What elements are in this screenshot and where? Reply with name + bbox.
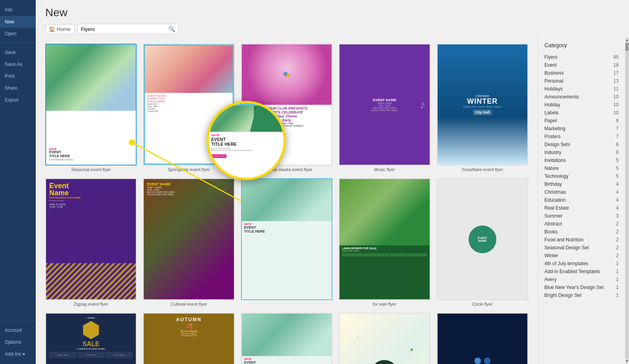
category-item-summer[interactable]: Summer 3 — [544, 212, 619, 220]
flyer-elegantspring-real: DATE EVENTTITLE HERE — [242, 314, 332, 364]
template-thumb-snowflake[interactable]: Celebration WINTER Family • Fun • Food •… — [437, 44, 528, 166]
template-thumb-autumn[interactable]: AUTUMN 🍂 [Event Name] [date], [time], [p… — [143, 313, 234, 364]
template-thumb-elegantspring[interactable]: DATE EVENTTITLE HERE — [241, 178, 332, 300]
sidebar-item-print[interactable]: Print — [0, 70, 36, 82]
template-card-autumn[interactable]: AUTUMN 🍂 [Event Name] [date], [time], [p… — [143, 313, 234, 364]
category-item-paper[interactable]: Paper 8 — [544, 117, 619, 125]
category-name: Holidays — [544, 86, 563, 92]
scroll-thumb[interactable] — [625, 43, 629, 51]
flyer-circle-shape: EVENTNAME — [469, 225, 496, 253]
category-item-real-estate[interactable]: Real Estate 4 — [544, 204, 619, 212]
category-item-flyers[interactable]: Flyers 95 — [544, 53, 619, 61]
template-card-zigzag[interactable]: EventName SUB HEADING GOES HERE Descript… — [45, 178, 137, 306]
category-item-announcements[interactable]: Announcements 10 — [544, 93, 619, 101]
scrollbar-vertical[interactable]: ▲ ▼ — [625, 37, 629, 364]
category-item-4th-of-july-templates[interactable]: 4th of July templates 1 — [544, 260, 619, 268]
sidebar-item-open[interactable]: Open — [0, 28, 36, 40]
category-item-food-and-nutrition[interactable]: Food and Nutrition 2 — [544, 236, 619, 244]
category-item-avery[interactable]: Avery 1 — [544, 275, 619, 283]
template-card-elegwinter[interactable]: NIGHT FASHION SHOW WINTERPARTY EVENTDATE… — [437, 313, 528, 364]
scroll-track[interactable] — [625, 43, 629, 358]
sidebar-item-addins[interactable]: Add-Ins ▾ — [0, 348, 36, 360]
template-card-elegantspring[interactable]: DATE EVENTTITLE HERE placeholder — [241, 178, 332, 306]
category-item-labels[interactable]: Labels 10 — [544, 109, 619, 117]
category-item-bright-design-set[interactable]: Bright Design Set 1 — [544, 291, 619, 299]
template-thumb-zigzag[interactable]: EventName SUB HEADING GOES HERE Descript… — [45, 178, 137, 300]
category-name: Business — [544, 70, 564, 76]
template-card-snowflake[interactable]: Celebration WINTER Family • Fun • Food •… — [437, 44, 528, 172]
flyer-forsale-image — [340, 179, 429, 245]
category-item-industry[interactable]: Industry 6 — [544, 148, 619, 156]
flyer-cultural-name: EVENT NAME — [147, 182, 230, 186]
home-button[interactable]: 🏠 Home — [45, 24, 74, 34]
category-item-invitations[interactable]: Invitations 5 — [544, 156, 619, 164]
category-item-education[interactable]: Education 4 — [544, 196, 619, 204]
category-item-personal[interactable]: Personal 13 — [544, 77, 619, 85]
template-card-cultural[interactable]: EVENT NAME JUNE 4, [YEAR]8 PM – 12AMADD … — [143, 178, 234, 306]
category-item-christmas[interactable]: Christmas 4 — [544, 188, 619, 196]
category-item-design-sets[interactable]: Design Sets 6 — [544, 141, 619, 148]
main-content: New 🏠 Home 🔍 DATE — [36, 0, 629, 364]
sidebar-item-info[interactable]: Info — [0, 4, 36, 16]
template-thumb-cultural[interactable]: EVENT NAME JUNE 4, [YEAR]8 PM – 12AMADD … — [143, 178, 234, 300]
template-thumb-summerparty[interactable]: SUMMERPARTYMM.DD.YY — [339, 313, 430, 364]
template-card-summerparty[interactable]: SUMMERPARTYMM.DD.YY Summer party flyer — [339, 313, 430, 364]
zoom-desc: Event Description HeadingBody text here,… — [211, 147, 281, 151]
category-item-abstract[interactable]: Abstract 2 — [544, 220, 619, 228]
category-count: 95 — [614, 54, 619, 60]
sidebar-item-options[interactable]: Options — [0, 336, 36, 348]
template-thumb-music[interactable]: ♪ EVENT NAME JUNE 8, [YEAR]6PM – 11PMADD… — [339, 44, 430, 166]
template-label-springtime: Springtime event flyer — [168, 167, 210, 172]
category-item-books[interactable]: Books 2 — [544, 228, 619, 236]
category-item-marketing[interactable]: Marketing 7 — [544, 125, 619, 133]
template-thumb-forsale[interactable]: LAWN MOWER FOR SALE (555) 555-1234 — [339, 178, 430, 300]
category-item-blue-new-year's-design-set[interactable]: Blue New Year's Design Set 1 — [544, 283, 619, 291]
sidebar-item-export[interactable]: Export — [0, 94, 36, 106]
zoom-body: DATE EVENTTITLE HERE Event Description H… — [209, 132, 284, 178]
category-item-winter[interactable]: Winter 2 — [544, 252, 619, 260]
scroll-down-arrow[interactable]: ▼ — [625, 359, 629, 363]
category-count: 17 — [614, 70, 619, 76]
template-thumb-elegwinter[interactable]: NIGHT FASHION SHOW WINTERPARTY EVENTDATE… — [437, 313, 528, 364]
flyer-sale-hex — [83, 321, 99, 339]
sidebar-item-save-as[interactable]: Save As — [0, 58, 36, 70]
template-card-seasonal[interactable]: DATE EVENTTITLE HERE Event Description H… — [45, 44, 137, 172]
template-card-music[interactable]: ♪ EVENT NAME JUNE 8, [YEAR]6PM – 11PMADD… — [339, 44, 430, 172]
template-card-circle[interactable]: EVENTNAME Circle flyer — [437, 178, 528, 306]
category-item-seasonal-design-set[interactable]: Seasonal Design Set 2 — [544, 244, 619, 252]
category-item-posters[interactable]: Posters 7 — [544, 133, 619, 141]
category-item-holiday[interactable]: Holiday 10 — [544, 101, 619, 109]
search-button[interactable]: 🔍 — [165, 24, 178, 34]
template-card-forsale[interactable]: LAWN MOWER FOR SALE (555) 555-1234 — [339, 178, 430, 306]
template-thumb-sale[interactable]: + NAME + SALE COMPANY/EVENT NAME EVENT D… — [45, 313, 137, 364]
sidebar-item-new[interactable]: New — [0, 16, 36, 28]
category-count: 5 — [616, 173, 619, 179]
category-name: Holiday — [544, 102, 560, 108]
category-item-nature[interactable]: Nature 5 — [544, 164, 619, 172]
category-item-event[interactable]: Event 18 — [544, 61, 619, 69]
category-item-add-in-enabled-templates[interactable]: Add-in Enabled Templates 1 — [544, 268, 619, 275]
category-item-business[interactable]: Business 17 — [544, 69, 619, 77]
category-item-holidays[interactable]: Holidays 11 — [544, 85, 619, 93]
search-input[interactable] — [78, 25, 165, 34]
template-thumb-elegantspring-real[interactable]: DATE EVENTTITLE HERE — [241, 313, 332, 364]
flyer-snowflake-bottom: City Hall — [473, 110, 492, 115]
category-name: Paper — [544, 118, 557, 123]
category-name: Design Sets — [544, 142, 570, 147]
sidebar-item-share[interactable]: Share — [0, 82, 36, 94]
template-card-sale[interactable]: + NAME + SALE COMPANY/EVENT NAME EVENT D… — [45, 313, 137, 364]
zoom-sidebar-item-4: Add More Great Info Here! — [255, 122, 282, 125]
template-thumb-seasonal[interactable]: DATE EVENTTITLE HERE Event Description H… — [45, 44, 137, 166]
scroll-up-arrow[interactable]: ▲ — [625, 38, 629, 42]
zoom-title: EVENTTITLE HERE — [211, 137, 281, 146]
sidebar-item-account[interactable]: Account — [0, 324, 36, 336]
category-item-technology[interactable]: Technology 5 — [544, 172, 619, 180]
category-item-birthday[interactable]: Birthday 4 — [544, 180, 619, 188]
zoom-preview: Add Key Event Info Here! Don't Be Shy – … — [206, 101, 286, 180]
category-count: 4 — [616, 181, 619, 187]
template-card-elegantspring-real[interactable]: DATE EVENTTITLE HERE Elegant spring flye… — [241, 313, 332, 364]
flyer-elegwinter-ornaments — [471, 355, 494, 364]
sale-bottom-place: EVENT PLACE — [106, 352, 133, 358]
template-thumb-circle[interactable]: EVENTNAME — [437, 178, 528, 300]
sidebar-item-save[interactable]: Save — [0, 46, 36, 58]
